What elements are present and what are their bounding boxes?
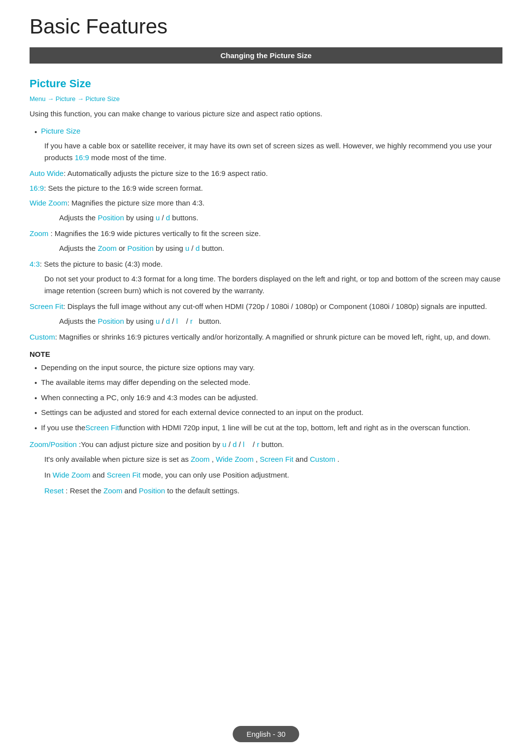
note-list: Depending on the input source, the pictu… bbox=[34, 362, 502, 434]
note-item-2: The available items may differ depending… bbox=[34, 377, 502, 389]
screen-fit-adjust: Adjusts the Position by using u / d / l … bbox=[59, 315, 502, 327]
ratio43-warning: Do not set your product to 4:3 format fo… bbox=[44, 273, 502, 297]
breadcrumb-picture: Picture bbox=[56, 95, 75, 103]
option-wide-zoom: Wide Zoom: Magnifies the picture size mo… bbox=[30, 197, 502, 209]
bullet-picture-size-label: Picture Size bbox=[41, 127, 80, 135]
section-title: Picture Size bbox=[30, 77, 502, 90]
option-16-9: 16:9: Sets the picture to the 16:9 wide … bbox=[30, 182, 502, 194]
breadcrumb-menu: Menu bbox=[30, 95, 46, 103]
option-4-3: 4:3: Sets the picture to basic (4:3) mod… bbox=[30, 258, 502, 270]
note-item-3: When connecting a PC, only 16:9 and 4:3 … bbox=[34, 392, 502, 404]
note-item-1: Depending on the input source, the pictu… bbox=[34, 362, 502, 374]
section-header: Changing the Picture Size bbox=[30, 47, 502, 64]
breadcrumb-picture-size: Picture Size bbox=[86, 95, 120, 103]
zoom-adjust: Adjusts the Zoom or Position by using u … bbox=[59, 242, 502, 254]
wide-zoom-screen-fit-text: In Wide Zoom and Screen Fit mode, you ca… bbox=[44, 469, 502, 481]
note-item-4: Settings can be adjusted and stored for … bbox=[34, 407, 502, 419]
option-zoom: Zoom : Magnifies the 16:9 wide pictures … bbox=[30, 228, 502, 240]
note-item-5: If you use the Screen Fit function with … bbox=[34, 422, 502, 434]
cable-box-text: If you have a cable box or satellite rec… bbox=[44, 140, 502, 164]
option-auto-wide: Auto Wide: Automatically adjusts the pic… bbox=[30, 168, 502, 179]
page-title: Basic Features bbox=[30, 15, 502, 38]
intro-text: Using this function, you can make change… bbox=[30, 108, 502, 120]
cable-box-link: 16:9 bbox=[75, 153, 89, 162]
available-text: It's only available when picture size is… bbox=[44, 453, 502, 465]
option-screen-fit: Screen Fit: Displays the full image with… bbox=[30, 301, 502, 312]
breadcrumb: Menu → Picture → Picture Size bbox=[30, 95, 502, 103]
wide-zoom-adjust: Adjusts the Position by using u / d butt… bbox=[59, 212, 502, 224]
reset-text: Reset : Reset the Zoom and Position to t… bbox=[44, 485, 502, 497]
bullet-dot: • bbox=[34, 128, 37, 136]
note-title: NOTE bbox=[30, 350, 502, 358]
section-header-text: Changing the Picture Size bbox=[220, 51, 311, 60]
page-number: English - 30 bbox=[233, 726, 299, 742]
zoom-position-section: Zoom/Position :You can adjust picture si… bbox=[30, 439, 502, 450]
option-custom: Custom: Magnifies or shrinks 16:9 pictur… bbox=[30, 331, 502, 343]
bullet-picture-size: • Picture Size bbox=[34, 127, 502, 136]
